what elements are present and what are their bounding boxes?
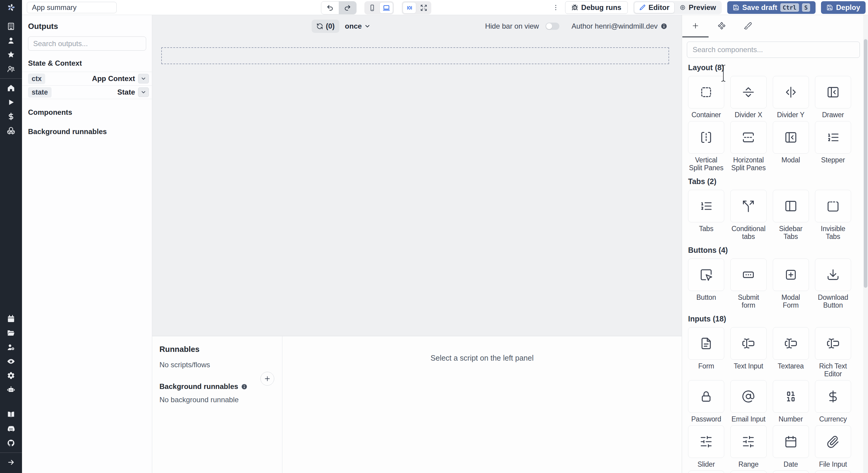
- component-card-container[interactable]: Container: [688, 76, 724, 119]
- undo-button[interactable]: [321, 1, 339, 14]
- component-card-partial[interactable]: [773, 471, 809, 473]
- sidebar-item-boxes[interactable]: [0, 124, 22, 138]
- no-scripts-text: No scripts/flows: [159, 360, 275, 369]
- redo-button[interactable]: [339, 1, 356, 14]
- more-menu-button[interactable]: [552, 1, 560, 13]
- deploy-button[interactable]: Deploy: [821, 1, 866, 14]
- sidebar-item-robot[interactable]: [0, 383, 22, 397]
- app-canvas[interactable]: [152, 37, 682, 336]
- search-components-input[interactable]: [687, 41, 860, 58]
- component-section: Inputs (18)FormText InputTextareaRich Te…: [682, 315, 868, 473]
- component-card-modal[interactable]: Modal: [773, 121, 809, 172]
- component-card-partial[interactable]: [688, 471, 724, 473]
- component-card-drawer[interactable]: Drawer: [815, 76, 851, 119]
- preview-tab[interactable]: Preview: [675, 2, 721, 13]
- interval-select[interactable]: once: [345, 22, 371, 30]
- sidebar-item-dollar[interactable]: [0, 109, 22, 124]
- component-card-slider[interactable]: Slider: [688, 425, 724, 468]
- editor-tab[interactable]: Editor: [634, 2, 675, 13]
- component-card-number[interactable]: Number: [773, 380, 809, 423]
- tab-styling[interactable]: [735, 15, 761, 37]
- sidebar-item-users-gear[interactable]: [0, 340, 22, 354]
- sidebar-item-github[interactable]: [0, 436, 22, 450]
- ctx-expand-button[interactable]: [138, 74, 149, 84]
- component-card-label: Button: [696, 293, 716, 301]
- component-card-submit-form[interactable]: Submit form: [730, 258, 767, 309]
- bug-icon: [571, 4, 578, 11]
- component-card-sidebar-tabs[interactable]: Sidebar Tabs: [773, 190, 809, 241]
- info-icon[interactable]: [241, 383, 247, 390]
- search-outputs-input[interactable]: [28, 36, 146, 51]
- component-card-download-button[interactable]: Download Button: [815, 258, 851, 309]
- runnables-title: Runnables: [159, 345, 275, 354]
- component-card-divider-y[interactable]: Divider Y: [773, 76, 809, 119]
- component-card-password[interactable]: Password: [688, 380, 724, 423]
- sidebar-item-discord[interactable]: [0, 422, 22, 436]
- component-card-label: Textarea: [778, 362, 804, 370]
- component-card-file-input[interactable]: File Input: [815, 425, 851, 468]
- sidebar-item-building[interactable]: [0, 19, 22, 33]
- component-card-conditional-tabs[interactable]: Conditional tabs: [730, 190, 767, 241]
- sidebar-item-star[interactable]: [0, 48, 22, 62]
- canvas-drop-zone[interactable]: [161, 47, 669, 64]
- app-summary-input[interactable]: [27, 2, 117, 13]
- component-card-rich-text-editor[interactable]: Rich Text Editor: [815, 327, 851, 378]
- sidebar-item-folder-open[interactable]: [0, 326, 22, 340]
- component-card-horizontal-split-panes[interactable]: Horizontal Split Panes: [730, 121, 767, 172]
- mobile-view-button[interactable]: [365, 2, 379, 13]
- component-card-tabs[interactable]: Tabs: [688, 190, 724, 241]
- redo-icon: [344, 4, 351, 11]
- add-background-runnable-button[interactable]: [260, 372, 274, 386]
- sidebar-item-home[interactable]: [0, 81, 22, 95]
- component-card-range[interactable]: Range: [730, 425, 767, 468]
- component-card-vertical-split-panes[interactable]: Vertical Split Panes: [688, 121, 724, 172]
- component-card-button[interactable]: Button: [688, 258, 724, 309]
- component-card-partial[interactable]: [815, 471, 851, 473]
- windmill-logo[interactable]: [0, 0, 22, 15]
- component-card-form[interactable]: Form: [688, 327, 724, 378]
- component-card-divider-x[interactable]: Divider X: [730, 76, 767, 119]
- fullscreen-button[interactable]: [417, 2, 430, 13]
- state-row[interactable]: state State: [22, 86, 152, 99]
- sidebar-item-eye[interactable]: [0, 354, 22, 369]
- component-card-email-input[interactable]: Email Input: [730, 380, 767, 423]
- component-card-label: Horizontal Split Panes: [730, 156, 767, 172]
- hide-bar-toggle[interactable]: [546, 23, 559, 30]
- component-card-box: [730, 425, 767, 458]
- ctx-row[interactable]: ctx App Context: [22, 72, 152, 86]
- component-card-text-input[interactable]: Text Input: [730, 327, 767, 378]
- script-detail-pane: Select a script on the left panel: [282, 336, 682, 473]
- center-align-icon: [406, 4, 413, 11]
- tab-component-settings[interactable]: [709, 15, 735, 37]
- desktop-view-button[interactable]: [379, 2, 393, 13]
- info-icon[interactable]: [661, 23, 667, 30]
- state-expand-button[interactable]: [138, 87, 149, 97]
- component-card-label: Divider Y: [777, 111, 804, 119]
- component-card-date[interactable]: Date: [773, 425, 809, 468]
- text-input-icon: [742, 337, 755, 350]
- modal-form-icon: [784, 268, 798, 281]
- debug-runs-button[interactable]: Debug runs: [565, 1, 627, 14]
- component-card-stepper[interactable]: Stepper: [815, 121, 851, 172]
- component-icon: [718, 22, 726, 30]
- sidebar-item-users[interactable]: [0, 62, 22, 76]
- sidebar-item-calendar[interactable]: [0, 312, 22, 326]
- sidebar-item-book-open[interactable]: [0, 408, 22, 422]
- component-card-currency[interactable]: Currency: [815, 380, 851, 423]
- sidebar-item-user[interactable]: [0, 33, 22, 48]
- preview-eye-icon: [679, 4, 686, 11]
- save-draft-button[interactable]: Save draft Ctrl S: [727, 1, 815, 14]
- tab-insert-component[interactable]: [682, 15, 709, 37]
- sidebar-item-gear[interactable]: [0, 369, 22, 383]
- horizontal-split-icon: [742, 131, 755, 144]
- center-content-button[interactable]: [403, 2, 416, 13]
- scrollbar-thumb[interactable]: [864, 39, 867, 288]
- refresh-button[interactable]: (0): [312, 20, 339, 33]
- component-card-modal-form[interactable]: Modal Form: [773, 258, 809, 309]
- save-draft-label: Save draft: [742, 3, 777, 12]
- sidebar-item-arrow-right[interactable]: [0, 455, 22, 469]
- component-card-textarea[interactable]: Textarea: [773, 327, 809, 378]
- sidebar-item-play[interactable]: [0, 95, 22, 109]
- component-card-partial[interactable]: [730, 471, 767, 473]
- component-card-invisible-tabs[interactable]: Invisible Tabs: [815, 190, 851, 241]
